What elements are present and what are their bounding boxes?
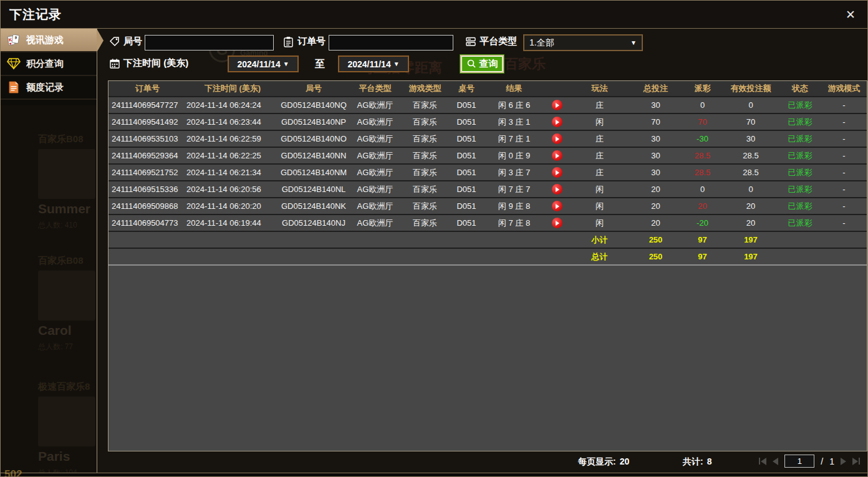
document-icon	[7, 80, 21, 94]
cell-mode: -	[821, 134, 867, 143]
play-video-button[interactable]	[552, 150, 562, 161]
cell-round: GD05124B140NM	[279, 168, 349, 177]
lobby-card: 百家乐B08 Summer 总人数: 410	[38, 133, 97, 231]
chevron-down-icon: ▼	[283, 60, 289, 67]
play-video-button[interactable]	[552, 167, 562, 178]
search-button[interactable]: 查询	[460, 55, 504, 73]
previous-page-button[interactable]	[773, 458, 778, 465]
grand-total-cell-valid_bet: 197	[723, 252, 779, 261]
cell-platform: AG欧洲厅	[349, 150, 402, 161]
cell-platform: AG欧洲厅	[349, 167, 402, 178]
cell-payout: 0	[682, 100, 723, 110]
cell-time: 2024-11-14 06:21:34	[186, 168, 279, 177]
play-video-button[interactable]	[552, 117, 562, 127]
lobby-card-stat: 总人数: 410	[38, 220, 97, 231]
sidebar-item-video-games[interactable]: 9 K ♥ 视讯游戏	[1, 29, 97, 52]
date-to-picker[interactable]: 2024/11/14 ▼	[338, 55, 409, 72]
cell-table_no: D051	[448, 168, 485, 177]
records-table: 订单号下注时间 (美东)局号平台类型游戏类型桌号结果玩法总投注派彩有效投注额状态…	[108, 80, 867, 451]
cell-order: 241114069529364	[109, 151, 186, 160]
cell-total_bet: 20	[629, 201, 682, 211]
cell-result: 闲 7 庄 8	[485, 218, 544, 229]
sidebar-item-points-query[interactable]: 积分查询	[1, 52, 97, 76]
cell-result: 闲 7 庄 1	[485, 133, 544, 145]
column-header-payout: 派彩	[682, 83, 723, 94]
sidebar-item-quota-records[interactable]: 额度记录	[1, 76, 97, 100]
play-icon	[556, 170, 559, 175]
subtotal-cell-valid_bet: 197	[723, 235, 779, 244]
playing-cards-icon: 9 K ♥	[7, 33, 21, 47]
dealer-name: Summer	[38, 201, 97, 216]
cell-total_bet: 30	[629, 168, 682, 177]
next-page-button[interactable]	[841, 458, 846, 465]
cell-payout: -20	[682, 218, 723, 228]
column-header-game: 游戏类型	[402, 83, 448, 94]
cell-result: 闲 9 庄 8	[485, 201, 544, 212]
cell-status: 已派彩	[779, 201, 821, 212]
chevron-down-icon: ▼	[393, 60, 400, 67]
play-video-button[interactable]	[552, 133, 562, 144]
subtotal-cell-payout: 97	[682, 235, 723, 244]
cell-bet_side: 闲	[570, 184, 629, 195]
platform-list-icon	[465, 36, 476, 47]
column-header-round: 局号	[279, 83, 349, 94]
subtotal-row: 小计25097197	[109, 232, 867, 249]
play-video-button[interactable]	[552, 184, 562, 195]
cell-total_bet: 30	[629, 151, 682, 160]
table-header-row: 订单号下注时间 (美东)局号平台类型游戏类型桌号结果玩法总投注派彩有效投注额状态…	[109, 81, 867, 97]
cell-game: 百家乐	[402, 100, 448, 111]
close-icon[interactable]: ✕	[842, 7, 859, 23]
play-video-button[interactable]	[552, 201, 562, 211]
dealer-avatar	[38, 149, 95, 199]
calendar-icon	[109, 58, 120, 69]
cell-round: GD05124B140NL	[279, 185, 349, 194]
last-page-button[interactable]	[852, 458, 860, 465]
total-count-value: 8	[707, 456, 712, 468]
cell-bet_side: 闲	[570, 117, 629, 128]
table-body: 2411140695477272024-11-14 06:24:24GD0512…	[109, 97, 867, 266]
per-page-display: 每页显示: 20	[578, 456, 629, 468]
column-header-status: 状态	[779, 83, 821, 94]
filter-form: 局号 订单号 平台类型 1.全部 ▼	[98, 29, 867, 80]
cell-payout: 28.5	[682, 168, 723, 177]
bet-time-label: 下注时间 (美东)	[109, 57, 188, 69]
cell-round: GD05124B140NN	[279, 151, 349, 160]
grand-total-cell-total_bet: 250	[629, 252, 682, 261]
platform-type-dropdown[interactable]: 1.全部 ▼	[523, 34, 643, 51]
background-number: 502	[4, 468, 22, 477]
play-video-button[interactable]	[552, 100, 562, 110]
cell-order: 241114069535103	[109, 134, 186, 143]
column-header-platform: 平台类型	[349, 83, 402, 94]
cell-time: 2024-11-14 06:19:44	[186, 218, 279, 228]
cell-game: 百家乐	[402, 150, 448, 161]
cell-platform: AG欧洲厅	[349, 117, 402, 128]
cell-play-icon	[544, 167, 570, 178]
cell-valid_bet: 0	[723, 100, 779, 110]
dealer-avatar	[38, 271, 95, 320]
round-number-input[interactable]	[145, 35, 274, 51]
dialog-bottom-border	[1, 473, 867, 473]
cell-round: GD05124B140NO	[279, 134, 349, 143]
cell-time: 2024-11-14 06:23:44	[186, 117, 279, 127]
column-header-mode: 游戏模式	[821, 83, 867, 94]
cell-game: 百家乐	[402, 218, 448, 229]
lobby-card: 极速百家乐8 Paris 总人数: 104	[38, 381, 97, 476]
cell-platform: AG欧洲厅	[349, 201, 402, 212]
cell-platform: AG欧洲厅	[349, 100, 402, 111]
dialog-title: 下注记录	[9, 6, 62, 23]
cell-bet_side: 庄	[570, 150, 629, 161]
first-page-button[interactable]	[759, 458, 766, 465]
cell-status: 已派彩	[779, 100, 821, 111]
page-number-input[interactable]	[784, 455, 814, 468]
play-icon	[556, 137, 559, 142]
cell-valid_bet: 30	[723, 134, 779, 143]
play-icon	[556, 187, 559, 192]
cell-platform: AG欧洲厅	[349, 184, 402, 195]
bottom-strip	[1, 473, 867, 477]
date-from-picker[interactable]: 2024/11/14 ▼	[228, 55, 299, 72]
table-row: 2411140695414922024-11-14 06:23:44GD0512…	[109, 114, 867, 131]
cell-mode: -	[821, 151, 867, 160]
column-header-result: 结果	[485, 83, 544, 94]
order-number-input[interactable]	[329, 35, 453, 51]
play-video-button[interactable]	[552, 218, 562, 228]
